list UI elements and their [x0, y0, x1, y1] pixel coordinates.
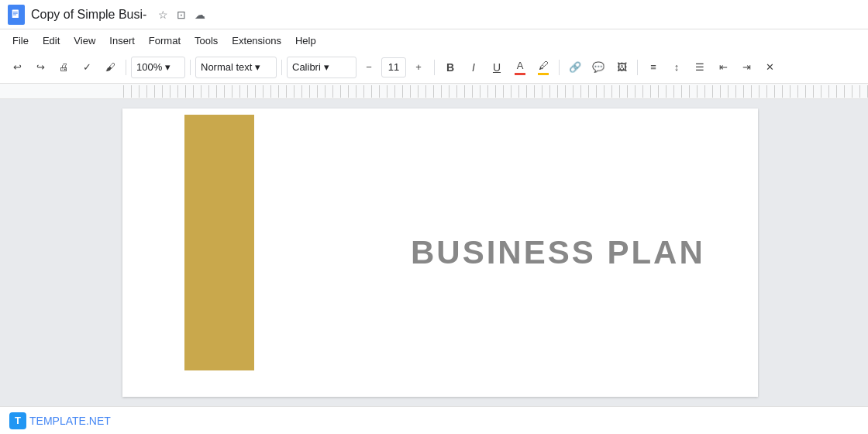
- spellcheck-button[interactable]: ✓: [76, 57, 98, 78]
- paintformat-button[interactable]: 🖌: [99, 57, 121, 78]
- ruler: [116, 85, 868, 98]
- comment-button[interactable]: 💬: [587, 57, 609, 78]
- menu-extensions[interactable]: Extensions: [226, 33, 288, 49]
- menu-bar: File Edit View Insert Format Tools Exten…: [0, 29, 868, 51]
- divider-6: [637, 60, 638, 75]
- divider-2: [190, 60, 191, 75]
- indent-more-button[interactable]: ⇥: [735, 57, 757, 78]
- template-t-icon: T: [9, 412, 26, 429]
- menu-tools[interactable]: Tools: [188, 33, 224, 49]
- text-color-indicator: [515, 73, 525, 75]
- align-button[interactable]: ≡: [642, 57, 664, 78]
- italic-button[interactable]: I: [463, 57, 484, 78]
- document-title: Copy of Simple Busi-: [31, 8, 146, 22]
- zoom-dropdown[interactable]: 100% ▾: [131, 57, 185, 78]
- font-name-chevron: ▾: [324, 61, 329, 73]
- font-size-decrease[interactable]: −: [358, 57, 380, 78]
- business-plan-heading: BUSINESS PLAN: [411, 234, 705, 271]
- text-color-button[interactable]: A: [509, 57, 531, 78]
- doc-canvas[interactable]: BUSINESS PLAN: [122, 108, 758, 397]
- font-name-value: Calibri: [292, 61, 321, 73]
- divider-1: [126, 60, 126, 75]
- doc-canvas-container: BUSINESS PLAN: [12, 99, 868, 406]
- menu-view[interactable]: View: [67, 33, 102, 49]
- undo-button[interactable]: ↩: [6, 57, 28, 78]
- font-size-increase[interactable]: +: [408, 57, 429, 78]
- image-button[interactable]: 🖼: [611, 57, 632, 78]
- indent-less-button[interactable]: ⇤: [712, 57, 734, 78]
- template-brand-name: TEMPLATE.NET: [29, 415, 111, 427]
- menu-file[interactable]: File: [6, 33, 35, 49]
- font-style-value: Normal text: [201, 61, 252, 73]
- highlight-indicator: [538, 73, 549, 75]
- zoom-value: 100%: [136, 61, 162, 73]
- doc-icon: [8, 5, 25, 25]
- menu-insert[interactable]: Insert: [103, 33, 141, 49]
- font-style-chevron: ▾: [255, 61, 260, 73]
- menu-edit[interactable]: Edit: [36, 33, 66, 49]
- star-icon[interactable]: ☆: [156, 8, 170, 22]
- link-button[interactable]: 🔗: [564, 57, 586, 78]
- svg-rect-0: [12, 9, 19, 17]
- footer-bar: T TEMPLATE.NET: [0, 406, 868, 434]
- print-button[interactable]: 🖨: [53, 57, 74, 78]
- golden-rectangle: [184, 115, 254, 370]
- clear-format-button[interactable]: ✕: [759, 57, 780, 78]
- main-area: BUSINESS PLAN: [0, 99, 868, 406]
- font-name-dropdown[interactable]: Calibri ▾: [287, 57, 356, 78]
- cloud-icon[interactable]: ☁: [193, 8, 207, 22]
- toolbar: ↩ ↪ 🖨 ✓ 🖌 100% ▾ Normal text ▾ Calibri ▾…: [0, 51, 868, 84]
- bold-button[interactable]: B: [439, 57, 461, 78]
- ruler-container: [0, 84, 868, 99]
- redo-button[interactable]: ↪: [29, 57, 51, 78]
- list-button[interactable]: ☰: [689, 57, 711, 78]
- font-size-box: − +: [358, 57, 429, 78]
- underline-button[interactable]: U: [486, 57, 508, 78]
- menu-format[interactable]: Format: [143, 33, 187, 49]
- font-size-input[interactable]: [381, 57, 406, 78]
- highlight-button[interactable]: 🖊: [532, 57, 554, 78]
- divider-3: [281, 60, 282, 75]
- font-style-dropdown[interactable]: Normal text ▾: [195, 57, 277, 78]
- divider-5: [559, 60, 560, 75]
- zoom-chevron: ▾: [165, 61, 170, 73]
- title-bar: Copy of Simple Busi- ☆ ⊡ ☁: [0, 0, 868, 29]
- left-strip: [0, 99, 12, 406]
- template-logo: T TEMPLATE.NET: [9, 412, 111, 429]
- divider-4: [434, 60, 435, 75]
- folder-icon[interactable]: ⊡: [174, 8, 188, 22]
- line-spacing-button[interactable]: ↕: [666, 57, 687, 78]
- title-icons: ☆ ⊡ ☁: [156, 8, 207, 22]
- menu-help[interactable]: Help: [289, 33, 322, 49]
